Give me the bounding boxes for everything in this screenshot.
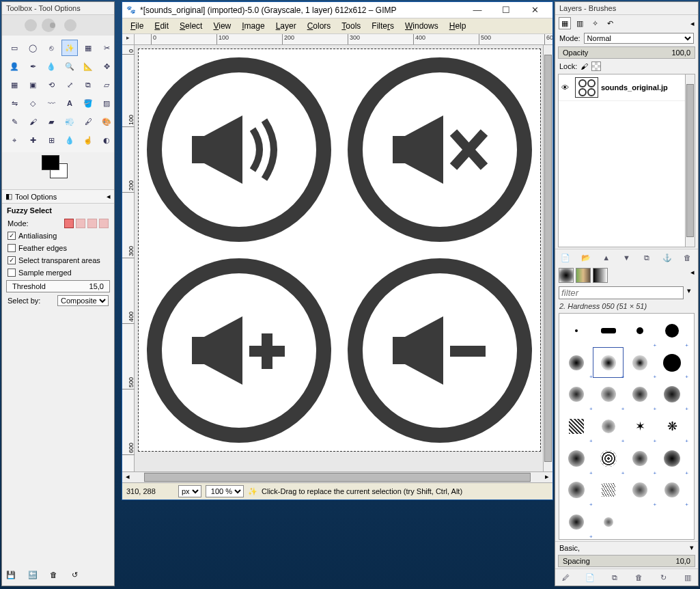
gradients-tab-icon[interactable] [593,268,608,283]
layer-row[interactable]: 👁 sounds_original.jp [559,74,695,101]
tool-mypaint[interactable]: 🎨 [98,113,115,130]
layer-down-icon[interactable]: ▼ [620,251,632,264]
patterns-tab-icon[interactable] [576,268,591,283]
opacity-value[interactable]: 100,0 [671,49,690,57]
layer-name[interactable]: sounds_original.jp [601,83,668,92]
new-brush-icon[interactable]: 📄 [584,571,596,584]
tool-clone[interactable]: ⌖ [6,132,23,148]
new-group-icon[interactable]: 📂 [580,251,592,264]
ruler-horizontal[interactable]: ▸ 0100200300400500600 [122,34,552,45]
tool-measure[interactable]: 📐 [80,58,96,74]
canvas-h-scrollbar[interactable]: ◂▸ [122,471,552,482]
tool-fuzzy-select[interactable]: ✨ [61,40,78,56]
tool-dodge-burn[interactable]: ◐ [98,132,115,148]
delete-layer-icon[interactable]: 🗑 [682,251,694,264]
lock-pixels-icon[interactable]: 🖌 [580,62,588,70]
brush-grid[interactable]: ★ ★ ✶ ❋ [559,313,695,540]
tool-align[interactable]: ▦ [6,77,23,93]
tool-pencil[interactable]: ✎ [6,113,23,130]
undo-history-tab-icon[interactable]: ↶ [604,17,616,29]
tool-move[interactable]: ✥ [98,58,115,74]
menu-file[interactable]: File [126,20,148,32]
menu-colors[interactable]: Colors [303,20,335,32]
tool-scale[interactable]: ⤢ [61,77,78,93]
threshold-value[interactable]: 15,0 [89,282,104,290]
tool-rect-select[interactable]: ▭ [6,40,23,56]
tool-heal[interactable]: ✚ [25,132,41,148]
anchor-layer-icon[interactable]: ⚓ [661,251,673,264]
dock-menu-icon[interactable]: ◂ [690,19,695,28]
maximize-button[interactable]: ☐ [492,3,520,18]
layers-tab-icon[interactable]: ▦ [559,17,571,29]
brush-set-dropdown-icon[interactable]: ▾ [690,543,694,552]
tool-foreground-select[interactable]: 👤 [6,58,23,74]
tool-free-select[interactable]: ⎋ [43,40,59,56]
save-options-icon[interactable]: 💾 [6,571,18,583]
layer-thumbnail[interactable] [575,77,598,98]
tool-warp[interactable]: 〰 [43,95,59,111]
tool-zoom[interactable]: 🔍 [61,58,78,74]
transparent-checkbox[interactable] [8,256,16,264]
paths-tab-icon[interactable]: ✧ [589,17,601,29]
tool-by-color-select[interactable]: ▦ [80,40,96,56]
lock-alpha-icon[interactable] [591,61,601,71]
spacing-slider[interactable]: Spacing 10,0 [558,555,695,567]
brush-filter-dropdown-icon[interactable]: ▾ [684,286,695,299]
layer-up-icon[interactable]: ▲ [600,251,613,264]
menu-help[interactable]: Help [445,20,471,32]
menu-image[interactable]: Image [238,20,268,32]
tool-options-tab-icon[interactable]: ◧ [5,192,12,201]
new-layer-icon[interactable]: 📄 [559,251,572,264]
canvas-viewport[interactable] [135,45,552,471]
transparent-row[interactable]: Select transparent areas [2,254,114,266]
mode-subtract[interactable] [87,219,97,228]
color-swatches[interactable] [2,152,114,189]
tool-scissors[interactable]: ✂ [98,40,115,56]
tool-smudge[interactable]: ☝ [80,132,96,148]
feather-row[interactable]: Feather edges [2,242,114,254]
menu-tools[interactable]: Tools [337,20,365,32]
refresh-brushes-icon[interactable]: ↻ [657,571,669,584]
tool-eraser[interactable]: ▰ [43,113,59,130]
brush-filter-input[interactable] [559,286,684,299]
duplicate-brush-icon[interactable]: ⧉ [608,571,621,584]
sample-merged-checkbox[interactable] [8,269,16,277]
restore-options-icon[interactable]: 🔙 [28,571,40,583]
tool-blend[interactable]: ▨ [98,95,115,111]
tool-perspective-clone[interactable]: ⊞ [43,132,59,148]
titlebar[interactable]: 🐾 *[sounds_original] (imported)-5.0 (Gra… [122,2,552,18]
layer-list-scrollbar[interactable] [685,74,695,247]
tool-cage[interactable]: ◇ [25,95,41,111]
layer-list[interactable]: 👁 sounds_original.jp [558,74,695,247]
tool-paths[interactable]: ✒ [25,58,41,74]
visibility-eye-icon[interactable]: 👁 [561,83,572,92]
menu-select[interactable]: Select [176,20,206,32]
opacity-slider[interactable]: Opacity 100,0 [558,46,695,59]
feather-checkbox[interactable] [8,244,16,252]
tool-bucket-fill[interactable]: 🪣 [80,95,96,111]
delete-options-icon[interactable]: 🗑 [50,571,62,583]
minimize-button[interactable]: — [464,3,491,18]
ruler-corner[interactable]: ▸ [122,34,135,44]
canvas-v-scrollbar[interactable] [543,45,552,471]
tool-flip[interactable]: ⇋ [6,95,23,111]
edit-brush-icon[interactable]: 🖉 [559,571,572,584]
menu-windows[interactable]: Windows [401,20,443,32]
tool-rotate[interactable]: ⟲ [43,77,59,93]
antialiasing-checkbox[interactable] [8,232,16,240]
tool-color-picker[interactable]: 💧 [43,58,59,74]
tool-airbrush[interactable]: 💨 [61,113,78,130]
spacing-value[interactable]: 10,0 [676,557,690,565]
threshold-field[interactable]: Threshold 15,0 [6,280,110,292]
tool-paintbrush[interactable]: 🖌 [25,113,41,130]
menu-filters[interactable]: Filters [367,20,398,32]
tool-ink[interactable]: 🖋 [80,113,96,130]
menu-view[interactable]: View [209,20,235,32]
mode-add[interactable] [76,219,85,228]
tool-perspective[interactable]: ▱ [98,77,115,93]
ruler-vertical[interactable]: 0100200300400500600 [122,45,135,471]
menu-edit[interactable]: Edit [150,20,173,32]
tool-text[interactable]: A [61,95,78,111]
open-as-image-icon[interactable]: ▥ [682,571,694,584]
layer-mode-dropdown[interactable]: Normal [584,33,694,44]
